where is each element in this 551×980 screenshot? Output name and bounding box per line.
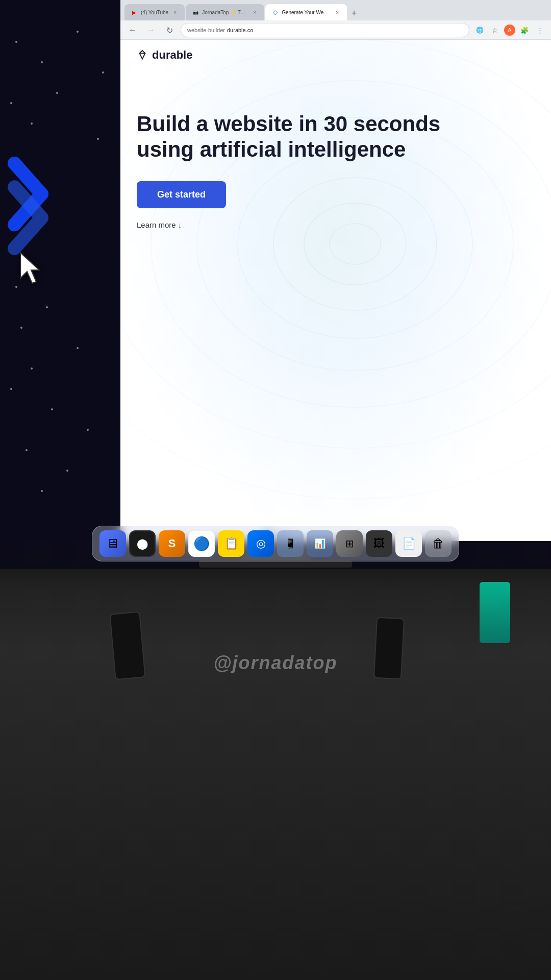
dock-app2[interactable]: 📊 — [307, 530, 333, 557]
trash-icon: 🗑 — [432, 536, 444, 551]
logo-text: durable — [152, 48, 192, 62]
tab-youtube-close[interactable]: × — [171, 9, 179, 16]
dock-launchpad[interactable]: ⊞ — [336, 530, 363, 557]
browser-chrome: ▶ (4) YouTube × 📷 JornadaTop ⚡ Tecnologi… — [120, 0, 551, 40]
tab-jornada[interactable]: 📷 JornadaTop ⚡ Tecnologia (@... × — [186, 4, 264, 20]
dock-sublime[interactable]: S — [159, 530, 185, 557]
translate-icon[interactable]: 🌐 — [473, 24, 486, 36]
chrome-icon: 🔵 — [193, 536, 210, 552]
jornada-favicon: 📷 — [192, 9, 199, 16]
blue-chevron-icon — [0, 153, 66, 255]
dock-notes[interactable]: 📋 — [218, 530, 244, 557]
site-nav: durable — [120, 40, 551, 70]
dock-textedit[interactable]: 📄 — [395, 530, 422, 557]
tab-durable-close[interactable]: × — [334, 9, 341, 16]
dock-finder[interactable]: 🖥 — [99, 530, 126, 557]
youtube-favicon: ▶ — [131, 9, 138, 16]
hero-title: Build a website in 30 seconds using arti… — [137, 111, 443, 163]
macos-dock: 🖥 ⬤ S 🔵 📋 ◎ 📱 📊 ⊞ 🖼 📄 🗑 — [92, 526, 459, 561]
new-tab-button[interactable]: + — [347, 6, 361, 20]
dock-safari[interactable]: ◎ — [247, 530, 274, 557]
get-started-button[interactable]: Get started — [137, 181, 226, 208]
app1-icon: 📱 — [285, 538, 296, 549]
notes-icon: 📋 — [224, 537, 238, 550]
address-text: durable.co — [227, 27, 253, 33]
left-panel — [0, 0, 120, 541]
address-box[interactable]: website-builder durable.co — [181, 23, 469, 37]
durable-logo[interactable]: durable — [137, 48, 192, 62]
safari-icon: ◎ — [256, 537, 266, 550]
dock-app1[interactable]: 📱 — [277, 530, 304, 557]
dock-photos[interactable]: 🖼 — [366, 530, 392, 557]
phone-left — [109, 611, 145, 680]
dock-chrome[interactable]: 🔵 — [188, 530, 215, 557]
browser-icons: 🌐 ☆ A 🧩 ⋮ — [473, 24, 546, 36]
durable-site: durable Build a website in 30 seconds us… — [120, 40, 551, 541]
hero-section: Build a website in 30 seconds using arti… — [120, 70, 551, 250]
bookmark-icon[interactable]: ☆ — [489, 24, 501, 36]
address-bar-row: ← → ↻ website-builder durable.co 🌐 ☆ A 🧩… — [120, 20, 551, 40]
cursor-icon — [15, 250, 51, 286]
sublime-icon: S — [168, 537, 176, 550]
browser-area: ▶ (4) YouTube × 📷 JornadaTop ⚡ Tecnologi… — [120, 0, 551, 541]
tab-durable[interactable]: ◇ Generate Your Website with AI × — [265, 4, 347, 20]
durable-logo-icon — [137, 50, 148, 61]
dock-trash[interactable]: 🗑 — [425, 530, 452, 557]
reload-button[interactable]: ↻ — [162, 23, 177, 37]
tabs-bar: ▶ (4) YouTube × 📷 JornadaTop ⚡ Tecnologi… — [120, 0, 551, 20]
desk-items — [46, 587, 505, 689]
tab-youtube-label: (4) YouTube — [141, 10, 168, 15]
hero-title-line2: using artificial intelligence — [137, 137, 406, 161]
forward-button[interactable]: → — [144, 23, 158, 37]
tab-jornada-close[interactable]: × — [251, 9, 258, 16]
monitor-screen: ▶ (4) YouTube × 📷 JornadaTop ⚡ Tecnologi… — [0, 0, 551, 541]
textedit-icon: 📄 — [402, 537, 416, 550]
finder-icon: 🖥 — [106, 536, 119, 552]
launchpad-icon: ⊞ — [345, 537, 354, 550]
learn-more-link[interactable]: Learn more ↓ — [137, 220, 535, 229]
tab-durable-label: Generate Your Website with AI — [282, 10, 331, 15]
teal-device — [480, 582, 510, 643]
tab-youtube[interactable]: ▶ (4) YouTube × — [124, 4, 185, 20]
monitor-base — [199, 560, 352, 568]
phone-right — [373, 617, 405, 680]
extensions-icon[interactable]: 🧩 — [518, 24, 531, 36]
menu-icon[interactable]: ⋮ — [534, 24, 546, 36]
hero-title-line1: Build a website in 30 seconds — [137, 112, 440, 136]
app2-icon: 📊 — [314, 538, 325, 549]
obs-icon: ⬤ — [137, 537, 148, 550]
profile-icon[interactable]: A — [504, 24, 515, 36]
tab-jornada-label: JornadaTop ⚡ Tecnologia (@... — [202, 10, 248, 15]
svg-marker-0 — [20, 253, 39, 283]
dock-obs[interactable]: ⬤ — [129, 530, 156, 557]
watermark: @jornadatop — [213, 652, 337, 674]
back-button[interactable]: ← — [126, 23, 140, 37]
durable-favicon: ◇ — [271, 9, 279, 16]
address-prefix: website-builder — [187, 27, 225, 33]
photos-icon: 🖼 — [373, 537, 385, 550]
